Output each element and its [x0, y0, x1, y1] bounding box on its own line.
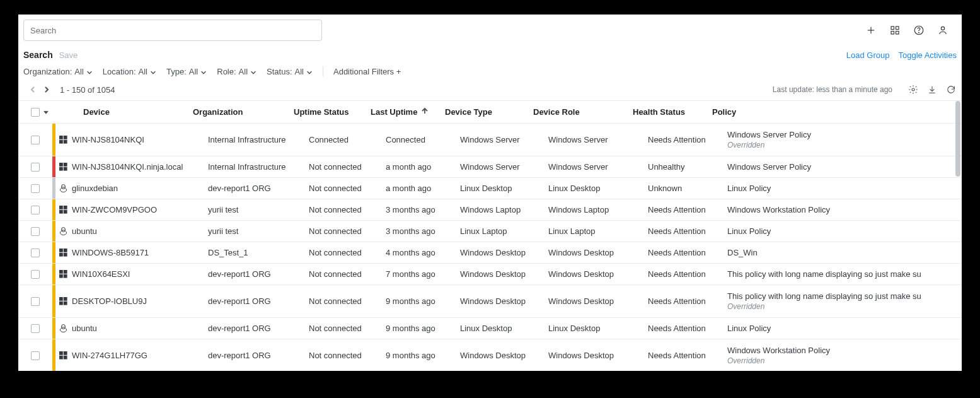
next-page-button[interactable] [40, 83, 54, 97]
filter-organization[interactable]: Organization: All [23, 67, 93, 76]
filter-type[interactable]: Type: All [166, 67, 207, 76]
table-row[interactable]: WIN-NJS8104NKQI Internal Infrastructure … [18, 124, 962, 156]
table-row[interactable]: WIN-NJS8104NKQI.ninja.local Internal Inf… [18, 156, 962, 178]
topbar [18, 15, 962, 41]
windows-os-icon [55, 339, 71, 371]
row-checkbox[interactable] [31, 206, 40, 214]
device-type: Windows Desktop [460, 339, 548, 371]
additional-filters-button[interactable]: Additional Filters + [333, 67, 401, 76]
device-organization: dev-report1 ORG [208, 318, 309, 339]
download-icon[interactable] [926, 84, 938, 95]
device-name: ubuntu [71, 221, 208, 242]
col-device-type[interactable]: Device Type [445, 101, 533, 123]
col-uptime[interactable]: Uptime Status [294, 101, 371, 123]
device-name: WIN10X64ESXI [71, 264, 208, 284]
device-policy: Windows Workstation Policy [727, 199, 962, 220]
table-row[interactable]: WIN10X64ESXI dev-report1 ORG Not connect… [18, 264, 962, 285]
windows-os-icon [55, 199, 71, 220]
device-role: Windows Server [548, 156, 648, 177]
table-row[interactable]: ubuntu yurii test Not connected 3 months… [18, 221, 962, 242]
row-checkbox[interactable] [31, 184, 40, 193]
col-device[interactable]: Device [55, 101, 193, 123]
scrollbar[interactable] [955, 101, 960, 371]
device-uptime: Not connected [309, 285, 386, 317]
scrollbar-thumb[interactable] [955, 101, 960, 177]
table-row[interactable]: WINDOWS-8B59171 DS_Test_1 Not connected … [18, 242, 962, 264]
filter-status[interactable]: Status: All [267, 67, 313, 76]
col-policy[interactable]: Policy [712, 101, 962, 123]
svg-marker-11 [44, 111, 48, 114]
device-uptime: Not connected [309, 178, 386, 199]
device-uptime: Not connected [309, 221, 386, 242]
device-type: Linux Desktop [460, 178, 548, 199]
device-role: Windows Desktop [548, 264, 648, 284]
page-range: 1 - 150 of 1054 [60, 85, 115, 95]
prev-page-button[interactable] [26, 83, 40, 97]
row-checkbox[interactable] [31, 270, 40, 279]
row-checkbox[interactable] [31, 136, 40, 144]
device-name: DESKTOP-IOBLU9J [71, 285, 208, 317]
device-name: WIN-ZWCOM9VPGOO [71, 199, 208, 220]
device-organization: dev-report1 ORG [208, 285, 309, 317]
help-icon[interactable] [913, 24, 925, 37]
device-health: Needs Attention [648, 124, 727, 156]
filter-location[interactable]: Location: All [103, 67, 156, 76]
device-type: Linux Laptop [460, 221, 548, 242]
row-checkbox[interactable] [31, 351, 40, 360]
device-health: Needs Attention [648, 318, 727, 339]
svg-point-8 [941, 26, 944, 30]
col-last-uptime[interactable]: Last Uptime [371, 101, 445, 123]
divider [323, 66, 323, 76]
refresh-icon[interactable] [945, 84, 957, 95]
device-role: Windows Server [548, 124, 648, 156]
row-select-cell [18, 178, 52, 199]
table-row[interactable]: DESKTOP-IOBLU9J dev-report1 ORG Not conn… [18, 285, 962, 318]
filter-role[interactable]: Role: All [217, 67, 257, 76]
device-uptime: Not connected [309, 264, 386, 284]
table-row[interactable]: WIN-ZWCOM9VPGOO yurii test Not connected… [18, 199, 962, 221]
device-type: Windows Desktop [460, 264, 548, 284]
load-group-link[interactable]: Load Group [846, 50, 890, 60]
device-type: Windows Desktop [460, 242, 548, 263]
sort-arrow-up-icon [421, 107, 429, 117]
svg-rect-4 [891, 32, 894, 35]
device-uptime: Not connected [309, 242, 386, 263]
search-header: Search Save Load Group Toggle Activities [18, 41, 962, 62]
col-organization[interactable]: Organization [193, 101, 294, 123]
apps-grid-icon[interactable] [889, 24, 901, 37]
row-checkbox[interactable] [31, 324, 40, 333]
row-checkbox[interactable] [31, 249, 40, 257]
row-select-cell [18, 124, 52, 156]
caret-down-icon[interactable] [43, 107, 49, 117]
select-all-checkbox[interactable] [31, 108, 40, 117]
device-uptime: Not connected [309, 156, 386, 177]
plus-icon[interactable] [865, 24, 877, 37]
row-select-cell [18, 285, 52, 317]
device-policy: Linux Policy [727, 221, 962, 242]
save-search-link[interactable]: Save [59, 50, 78, 60]
row-select-cell [18, 156, 52, 177]
device-policy: DS_Win [727, 242, 962, 263]
table-row[interactable]: ubuntu dev-report1 ORG Not connected 9 m… [18, 318, 962, 339]
device-name: WIN-NJS8104NKQI.ninja.local [71, 156, 208, 177]
row-checkbox[interactable] [31, 297, 40, 306]
search-input[interactable] [23, 20, 322, 41]
row-checkbox[interactable] [31, 163, 40, 172]
col-device-role[interactable]: Device Role [533, 101, 633, 123]
windows-os-icon [55, 156, 71, 177]
col-health[interactable]: Health Status [633, 101, 712, 123]
row-checkbox[interactable] [31, 227, 40, 236]
app-root: Search Save Load Group Toggle Activities… [18, 15, 962, 371]
device-health: Unhealthy [648, 156, 727, 177]
gear-icon[interactable] [908, 84, 919, 95]
table-row[interactable]: WIN-274G1LH77GG dev-report1 ORG Not conn… [18, 339, 962, 371]
device-last-uptime: 3 months ago [386, 199, 460, 220]
device-name: WIN-NJS8104NKQI [71, 124, 208, 156]
page-title: Search [23, 50, 53, 60]
user-icon[interactable] [937, 24, 949, 37]
device-role: Linux Laptop [548, 221, 648, 242]
chevron-down-icon [86, 68, 93, 74]
device-uptime: Not connected [309, 199, 386, 220]
table-row[interactable]: glinuxdebian dev-report1 ORG Not connect… [18, 178, 962, 199]
toggle-activities-link[interactable]: Toggle Activities [899, 50, 957, 60]
